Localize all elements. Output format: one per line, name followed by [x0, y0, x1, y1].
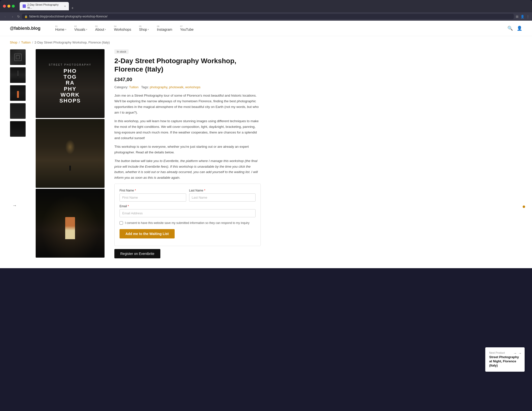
tag-workshops[interactable]: workshops: [185, 85, 200, 89]
nav-item-youtube[interactable]: 07 YouTube: [180, 25, 194, 31]
person-silhouette: [69, 166, 71, 171]
tab-title: 2-Day Street Photography W...: [27, 3, 61, 9]
form-group-lastname: Last Name *: [189, 189, 256, 202]
desc-paragraph-2: In this workshop, you will learn how to …: [114, 118, 261, 141]
nav-item-workshops[interactable]: 04 Workshops: [114, 25, 131, 31]
address-bar[interactable]: 🔒 fabienb.blog/product/street-photograph…: [22, 14, 514, 19]
nav-num-youtube: 07: [180, 25, 182, 28]
nav-num-workshops: 04: [114, 25, 116, 28]
desc-italic: The button below will take you to Eventb…: [114, 159, 258, 180]
desc-paragraph-3: This workshop is open to everyone, wheth…: [114, 144, 261, 155]
close-button[interactable]: [3, 5, 6, 8]
tags-label: Tags:: [141, 85, 149, 89]
waiting-list-button[interactable]: Add me to the Waiting List: [120, 229, 175, 238]
next-product-title[interactable]: Street Photography at Night, Florence (I…: [489, 355, 521, 368]
back-button[interactable]: ‹: [2, 14, 8, 19]
product-meta: Category: Tuition Tags: photography, pho…: [114, 85, 261, 89]
product-main-images: STREET PHOTOGRAPHY PHOTOGRAPHYWORKSHOPS: [36, 49, 105, 258]
nav-item-home[interactable]: 01 Home ▾: [55, 25, 66, 31]
email-input[interactable]: [120, 209, 256, 217]
nav-label-shop: Shop ▾: [139, 28, 149, 31]
url-display: fabienb.blog/product/street-photography-…: [29, 15, 107, 18]
thumbnail-4[interactable]: [10, 103, 26, 119]
breadcrumb-sep-2: /: [32, 41, 33, 44]
thumbnail-5[interactable]: [10, 121, 26, 137]
lastname-label: Last Name *: [189, 189, 256, 192]
forward-button[interactable]: ›: [10, 14, 15, 19]
next-arrow[interactable]: →: [518, 351, 522, 355]
product-details: In stock 2-Day Street Photography Worksh…: [114, 49, 261, 258]
nav-label-visuals: Visuals ▾: [74, 28, 87, 31]
alley-light: [65, 140, 75, 154]
product-thumbnails: [10, 49, 26, 258]
next-product-panel: → → Next Product Street Photography at N…: [485, 347, 525, 372]
eventbrite-button[interactable]: Register on Eventbrite: [114, 249, 160, 258]
nav-item-about[interactable]: 03 About ▾: [95, 25, 106, 31]
nav-items: 01 Home ▾ 02 Visuals ▾ 03 About ▾ 04 Wor…: [55, 25, 507, 31]
category-link[interactable]: Tuition: [129, 85, 139, 89]
nav-label-workshops: Workshops: [114, 28, 131, 31]
account-icon[interactable]: 👤: [517, 26, 522, 31]
breadcrumb-tuition[interactable]: Tuition: [21, 41, 31, 44]
nav-num-about: 03: [95, 25, 98, 28]
search-icon[interactable]: 🔍: [507, 26, 513, 31]
breadcrumb-sep-1: /: [19, 41, 20, 44]
browser-tab[interactable]: 2-Day Street Photography W... ✕: [20, 2, 69, 10]
product-title: 2-Day Street Photography Workshop, Flore…: [114, 57, 261, 73]
alley-scene: [36, 119, 105, 188]
night-scene: [36, 189, 105, 258]
nav-label-instagram: Instagram: [157, 28, 172, 31]
lastname-input[interactable]: [189, 193, 256, 202]
nav-item-visuals[interactable]: 02 Visuals ▾: [74, 25, 87, 31]
thumbnail-1[interactable]: [10, 49, 26, 65]
category-label: Category:: [114, 85, 128, 89]
firstname-input[interactable]: [120, 193, 186, 202]
thumbnail-2[interactable]: [10, 67, 26, 83]
product-description: Join me on a Street Photography tour of …: [114, 93, 261, 181]
floating-dot: [523, 206, 525, 208]
email-required: *: [128, 205, 129, 208]
nav-label-home: Home ▾: [55, 28, 66, 31]
consent-checkbox[interactable]: [120, 221, 123, 225]
desc-paragraph-1: Join me on a Street Photography tour of …: [114, 93, 261, 116]
nav-num-home: 01: [55, 25, 58, 28]
tag-photography[interactable]: photography: [150, 85, 167, 89]
workshop-pre-text: STREET PHOTOGRAPHY: [49, 63, 91, 66]
menu-button[interactable]: ⋮: [526, 15, 530, 18]
side-arrow[interactable]: →: [12, 203, 17, 208]
product-layout: STREET PHOTOGRAPHY PHOTOGRAPHYWORKSHOPS: [0, 47, 271, 268]
tag-photowalk[interactable]: photowalk: [169, 85, 183, 89]
form-group-email: Email *: [120, 205, 256, 217]
minimize-button[interactable]: [7, 5, 10, 8]
main-image-3[interactable]: [36, 189, 105, 258]
next-product-arrows: → →: [513, 351, 522, 355]
prev-arrow[interactable]: →: [513, 351, 517, 355]
form-name-row: First Name * Last Name *: [120, 189, 256, 202]
email-label: Email *: [120, 205, 256, 208]
tab-close-button[interactable]: ✕: [64, 5, 66, 8]
night-figure: [65, 217, 75, 239]
breadcrumb-current: 2-Day Street Photography Workshop, Flore…: [34, 41, 110, 44]
consent-row: I consent to have this website save my s…: [120, 221, 256, 225]
nav-num-instagram: 06: [157, 25, 159, 28]
consent-label: I consent to have this website save my s…: [125, 221, 249, 225]
breadcrumb: Shop / Tuition / 2-Day Street Photograph…: [0, 36, 532, 47]
extensions-button[interactable]: ⊞: [516, 15, 518, 18]
profile-button[interactable]: 👤: [520, 15, 524, 18]
main-image-1[interactable]: STREET PHOTOGRAPHY PHOTOGRAPHYWORKSHOPS: [36, 49, 105, 118]
refresh-button[interactable]: ↻: [17, 15, 20, 18]
nav-num-visuals: 02: [74, 25, 77, 28]
product-price: £347,00: [114, 77, 261, 82]
main-image-2[interactable]: [36, 119, 105, 188]
nav-icons: 🔍 👤: [507, 26, 522, 31]
thumbnail-3[interactable]: [10, 85, 26, 101]
stock-badge: In stock: [114, 49, 129, 54]
maximize-button[interactable]: [12, 5, 15, 8]
breadcrumb-shop[interactable]: Shop: [10, 41, 17, 44]
new-tab-button[interactable]: +: [70, 6, 75, 10]
lastname-required: *: [204, 189, 205, 192]
nav-item-instagram[interactable]: 06 Instagram: [157, 25, 172, 31]
nav-item-shop[interactable]: 05 Shop ▾: [139, 25, 149, 31]
site-logo[interactable]: @fabienb.blog: [10, 26, 41, 31]
tab-favicon: [23, 4, 26, 8]
